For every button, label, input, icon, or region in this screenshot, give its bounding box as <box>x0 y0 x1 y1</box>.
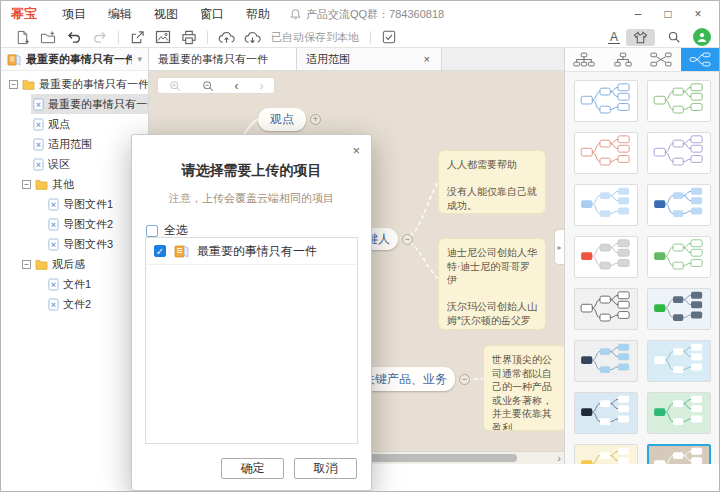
mindmap-node[interactable]: 观点 <box>258 108 306 131</box>
upload-item-label: 最重要的事情只有一件 <box>197 243 317 260</box>
sidebar-item-file[interactable]: 最重要的事情只有一件 <box>1 94 148 114</box>
map-file-icon <box>33 118 44 131</box>
template-thumbnail[interactable] <box>647 444 711 464</box>
template-panel <box>564 48 719 464</box>
image-icon[interactable] <box>150 28 176 47</box>
mindmap-note[interactable]: 世界顶尖的公司通常都以自己的一种产品或业务著称，并主要依靠其盈利 <box>483 345 564 431</box>
sidebar-item-file[interactable]: 适用范围 <box>1 134 148 154</box>
template-thumbnail[interactable] <box>647 184 711 226</box>
menu-window[interactable]: 窗口 <box>189 4 235 25</box>
tree-item-label: 文件2 <box>63 297 91 312</box>
collapse-node-icon[interactable]: − <box>402 234 413 245</box>
template-thumbnail[interactable] <box>647 392 711 434</box>
mindmap-note[interactable]: 人人都需要帮助 没有人能仅靠自己就成功。 <box>438 150 546 214</box>
template-thumbnail[interactable] <box>574 132 638 174</box>
template-thumbnail[interactable] <box>574 340 638 382</box>
template-thumbnail[interactable] <box>647 236 711 278</box>
nav-forward-icon[interactable]: › <box>260 81 264 91</box>
org-layout-icon[interactable] <box>604 48 643 71</box>
sidebar-item-file[interactable]: 导图文件2 <box>1 214 148 234</box>
tab-label: 最重要的事情只有一件 <box>158 52 268 67</box>
tree-item-label: 文件1 <box>63 277 91 292</box>
template-thumbnail[interactable] <box>574 288 638 330</box>
maximize-button[interactable]: □ <box>653 5 683 23</box>
sidebar-item-file[interactable]: 误区 <box>1 154 148 174</box>
template-thumbnail[interactable] <box>647 340 711 382</box>
sidebar-item-folder[interactable]: −最重要的事情只有一件 <box>1 74 148 94</box>
sidebar-item-file[interactable]: 导图文件1 <box>1 194 148 214</box>
menu-project[interactable]: 项目 <box>51 4 97 25</box>
tree-item-label: 观点 <box>48 117 70 132</box>
collapse-toggle-icon[interactable]: − <box>22 180 31 189</box>
mindmap-note[interactable]: 迪士尼公司创始人华特·迪士尼的哥哥罗伊 沃尔玛公司创始人山姆*沃尔顿的岳父罗布森 <box>438 238 546 330</box>
toolbar-divider <box>118 31 119 44</box>
upload-item-row[interactable]: ✓最重要的事情只有一件 <box>146 238 357 265</box>
select-all-checkbox[interactable] <box>146 225 158 237</box>
theme-icon[interactable] <box>626 29 655 46</box>
upload-item-list: ✓最重要的事情只有一件 <box>145 237 358 444</box>
item-checkbox[interactable]: ✓ <box>154 245 166 257</box>
sidebar-item-folder[interactable]: −观后感 <box>1 254 148 274</box>
avatar[interactable] <box>693 28 711 46</box>
tab-document-2[interactable]: 适用范围 × <box>297 48 442 70</box>
template-thumbnail[interactable] <box>647 80 711 122</box>
collapse-toggle-icon[interactable]: − <box>22 260 31 269</box>
dialog-close-icon[interactable]: × <box>352 144 360 157</box>
undo-icon[interactable] <box>61 28 87 47</box>
zoom-in-icon[interactable] <box>169 80 181 92</box>
export-icon[interactable] <box>124 28 150 47</box>
nav-back-icon[interactable]: ‹ <box>235 81 239 91</box>
map-file-icon <box>48 198 59 211</box>
search-icon[interactable] <box>661 28 687 47</box>
panel-collapse-handle[interactable]: ▸ <box>554 229 564 265</box>
chevron-down-icon: ▾ <box>137 54 142 64</box>
folder-icon <box>35 259 48 270</box>
dialog-subtitle: 注意，上传会覆盖云端相同的项目 <box>132 191 371 206</box>
expand-node-icon[interactable]: + <box>310 114 321 125</box>
map-file-icon <box>33 138 44 151</box>
menu-help[interactable]: 帮助 <box>235 4 281 25</box>
sidebar-item-folder[interactable]: −其他 <box>1 174 148 194</box>
sidebar-item-file[interactable]: 导图文件3 <box>1 234 148 254</box>
template-thumbnail[interactable] <box>574 236 638 278</box>
confirm-button[interactable]: 确定 <box>221 458 284 479</box>
template-thumbnail[interactable] <box>647 288 711 330</box>
tree-item-label: 其他 <box>52 177 74 192</box>
open-folder-icon[interactable] <box>35 28 61 47</box>
sidebar-item-file[interactable]: 文件1 <box>1 274 148 294</box>
tree-item-label: 误区 <box>48 157 70 172</box>
collapse-toggle-icon[interactable]: − <box>9 80 18 89</box>
menu-view[interactable]: 视图 <box>143 4 189 25</box>
template-thumbnail[interactable] <box>574 444 638 464</box>
cloud-upload-icon[interactable] <box>213 28 239 47</box>
cancel-button[interactable]: 取消 <box>294 458 357 479</box>
tree-item-label: 导图文件3 <box>63 237 113 252</box>
mindmap-layout-icon[interactable] <box>681 48 720 71</box>
free-layout-icon[interactable] <box>642 48 681 71</box>
redo-icon[interactable] <box>87 28 113 47</box>
minimize-button[interactable]: – <box>623 5 653 23</box>
template-thumbnail[interactable] <box>574 184 638 226</box>
new-file-icon[interactable] <box>9 28 35 47</box>
template-thumbnail[interactable] <box>574 80 638 122</box>
collapse-node-icon[interactable]: − <box>459 374 470 385</box>
project-switcher[interactable]: 最重要的事情只有一件 ▾ <box>1 48 148 71</box>
tree-item-label: 最重要的事情只有一件 <box>48 97 149 112</box>
close-button[interactable]: × <box>683 5 713 23</box>
tree-layout-icon[interactable] <box>565 48 604 71</box>
scroll-right-icon[interactable]: › <box>557 452 561 464</box>
zoom-out-icon[interactable] <box>202 80 214 92</box>
tab-document-1[interactable]: 最重要的事情只有一件 <box>149 48 297 70</box>
sidebar-item-file[interactable]: 观点 <box>1 114 148 134</box>
tab-close-icon[interactable]: × <box>422 53 432 65</box>
menu-edit[interactable]: 编辑 <box>97 4 143 25</box>
proofread-icon[interactable] <box>376 28 402 47</box>
template-grid <box>565 72 719 464</box>
cloud-download-icon[interactable] <box>239 28 265 47</box>
sidebar-item-file[interactable]: 文件2 <box>1 294 148 314</box>
tree-item-label: 观后感 <box>52 257 85 272</box>
template-thumbnail[interactable] <box>647 132 711 174</box>
text-style-icon[interactable]: A <box>608 31 620 44</box>
template-thumbnail[interactable] <box>574 392 638 434</box>
print-icon[interactable] <box>176 28 202 47</box>
